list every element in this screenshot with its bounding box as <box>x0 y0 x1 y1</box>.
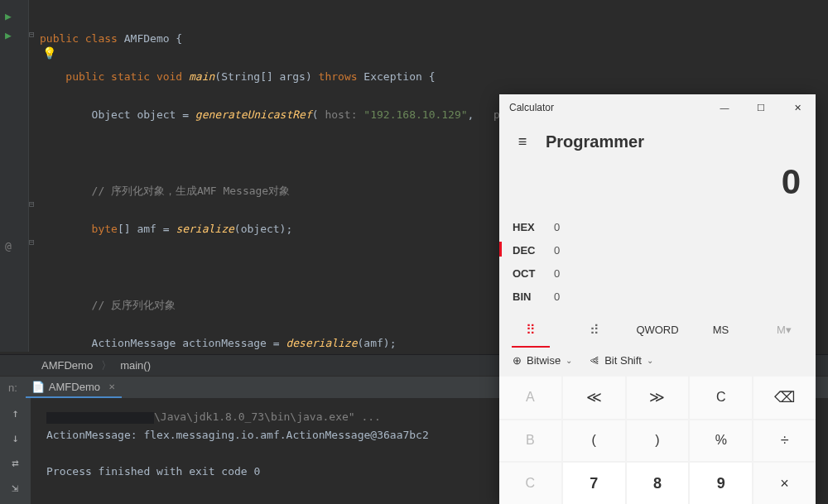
titlebar: Calculator — ☐ ✕ <box>499 94 816 121</box>
close-button[interactable]: ✕ <box>779 94 816 121</box>
fold-minus-icon[interactable]: ⊟ <box>29 237 35 247</box>
left-shift-button[interactable]: ≪ <box>563 377 625 419</box>
toolwindow-label: n: <box>0 382 26 394</box>
hex-a-button[interactable]: A <box>499 377 561 419</box>
digit-8-button[interactable]: 8 <box>627 463 689 504</box>
percent-button[interactable]: % <box>690 420 752 462</box>
operation-toggles: ⊕ Bitwise ⌄ ⫷ Bit Shift ⌄ <box>499 348 816 377</box>
bitwise-dropdown[interactable]: ⊕ Bitwise ⌄ <box>513 354 572 367</box>
base-hex[interactable]: HEX 0 <box>513 215 802 238</box>
hamburger-icon[interactable]: ≡ <box>506 133 539 151</box>
fold-minus-icon[interactable]: ⊟ <box>29 29 35 40</box>
run-tab[interactable]: 📄 AMFDemo ✕ <box>26 377 122 398</box>
divide-button[interactable]: ÷ <box>753 420 816 462</box>
calculator-header: ≡ Programmer <box>499 121 816 162</box>
calculator-display: 0 <box>499 162 816 215</box>
bitwise-icon: ⊕ <box>513 354 522 367</box>
chevron-down-icon: ⌄ <box>647 356 653 365</box>
base-dec[interactable]: DEC 0 <box>513 238 802 262</box>
arrow-up-icon[interactable]: ↑ <box>12 406 18 420</box>
breadcrumb-method[interactable]: main() <box>120 359 151 372</box>
rparen-button[interactable]: ) <box>627 420 689 462</box>
at-annotation-icon: @ <box>5 240 15 250</box>
digit-9-button[interactable]: 9 <box>690 463 752 504</box>
clear-button[interactable]: C <box>690 377 752 419</box>
minimize-button[interactable]: — <box>706 94 743 121</box>
soft-wrap-icon[interactable]: ⇄ <box>12 456 18 469</box>
right-shift-button[interactable]: ≫ <box>627 377 689 419</box>
fold-minus-icon[interactable]: ⊟ <box>29 199 35 209</box>
base-oct[interactable]: OCT 0 <box>513 262 802 285</box>
comment: // 序列化对象，生成AMF Message对象 <box>40 181 571 200</box>
base-bin[interactable]: BIN 0 <box>513 285 802 308</box>
input-mode-tabs: ⠿ ⠾ QWORD MS M▾ <box>499 311 816 348</box>
chevron-right-icon: 〉 <box>101 358 112 373</box>
console-toolbar: ↑ ↓ ⇄ ⇲ <box>0 398 31 504</box>
memory-store-button[interactable]: MS <box>689 311 752 348</box>
scroll-to-end-icon[interactable]: ⇲ <box>12 481 18 494</box>
memory-dropdown-button[interactable]: M▾ <box>753 311 816 348</box>
redacted-path <box>46 412 154 424</box>
method-main: main <box>189 70 214 83</box>
calculator-window: Calculator — ☐ ✕ ≡ Programmer 0 HEX 0 DE… <box>499 94 816 504</box>
run-icon[interactable]: ▶ <box>5 29 15 39</box>
bitshift-dropdown[interactable]: ⫷ Bit Shift ⌄ <box>589 354 653 367</box>
hex-b-button[interactable]: B <box>499 420 561 462</box>
keypad-mode-icon[interactable]: ⠿ <box>499 311 562 348</box>
calculator-mode-title: Programmer <box>546 132 644 151</box>
lparen-button[interactable]: ( <box>563 420 625 462</box>
window-title: Calculator <box>509 102 706 113</box>
breadcrumb-class[interactable]: AMFDemo <box>41 359 93 372</box>
multiply-button[interactable]: × <box>753 463 816 504</box>
backspace-button[interactable]: ⌫ <box>753 377 816 419</box>
maximize-button[interactable]: ☐ <box>743 94 779 121</box>
bitshift-icon: ⫷ <box>589 354 599 367</box>
comment: // 反序列化对象 <box>40 295 571 314</box>
close-icon[interactable]: ✕ <box>108 382 115 391</box>
java-file-icon: 📄 <box>32 381 44 392</box>
run-icon[interactable]: ▶ <box>5 10 15 20</box>
arrow-down-icon[interactable]: ↓ <box>12 431 18 444</box>
digit-7-button[interactable]: 7 <box>563 463 625 504</box>
fold-gutter: ⊟ ⊟ ⊟ 💡 <box>29 0 39 352</box>
keypad: A ≪ ≫ C ⌫ B ( ) % ÷ C 7 8 9 × <box>499 377 816 504</box>
hex-c-button[interactable]: C <box>499 463 561 504</box>
editor-gutter: ▶ ▶ @ <box>0 0 29 352</box>
chevron-down-icon: ⌄ <box>566 356 572 365</box>
number-bases: HEX 0 DEC 0 OCT 0 BIN 0 <box>499 215 816 308</box>
bit-toggle-mode-icon[interactable]: ⠾ <box>562 311 625 348</box>
word-size-button[interactable]: QWORD <box>626 311 689 348</box>
